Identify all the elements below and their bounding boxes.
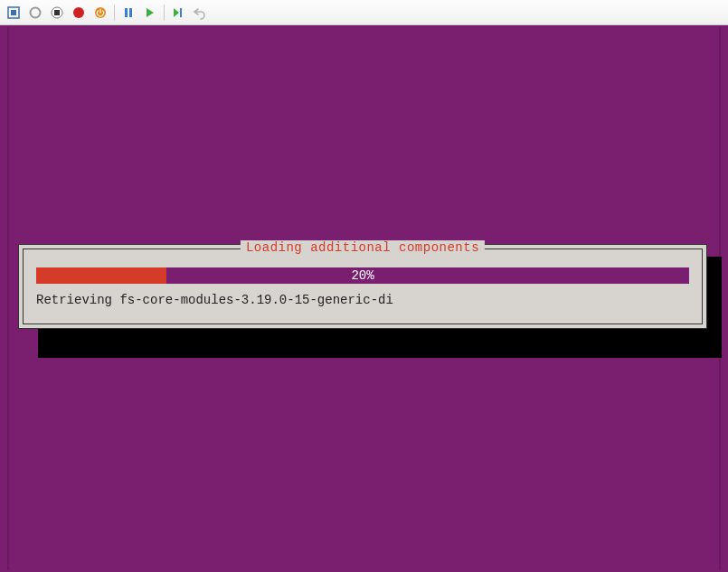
separator-icon [114,5,115,21]
svg-rect-8 [129,8,132,17]
power-icon[interactable] [90,3,110,23]
svg-point-2 [31,7,41,17]
dialog-title: Loading additional components [241,240,485,255]
progress-bar: 20% [36,267,689,284]
stop-icon[interactable] [47,3,67,23]
record-icon[interactable] [69,3,89,23]
play-icon[interactable] [140,3,160,23]
svg-point-5 [73,7,84,18]
installer-dialog: Loading additional components 20% Retrie… [18,244,707,329]
status-text: Retrieving fs-core-modules-3.19.0-15-gen… [36,293,689,307]
svg-rect-1 [11,10,16,15]
step-icon[interactable] [168,3,188,23]
circle-gray-icon[interactable] [25,3,45,23]
vm-display: Loading additional components 20% Retrie… [0,25,728,572]
progress-label: 20% [36,267,689,284]
undo-icon[interactable] [190,3,210,23]
vm-toolbar [0,0,728,25]
separator-icon [164,5,165,21]
svg-rect-7 [125,8,128,17]
svg-rect-9 [180,8,182,17]
svg-rect-4 [54,10,60,15]
pause-icon[interactable] [118,3,138,23]
manager-icon[interactable] [4,3,24,23]
